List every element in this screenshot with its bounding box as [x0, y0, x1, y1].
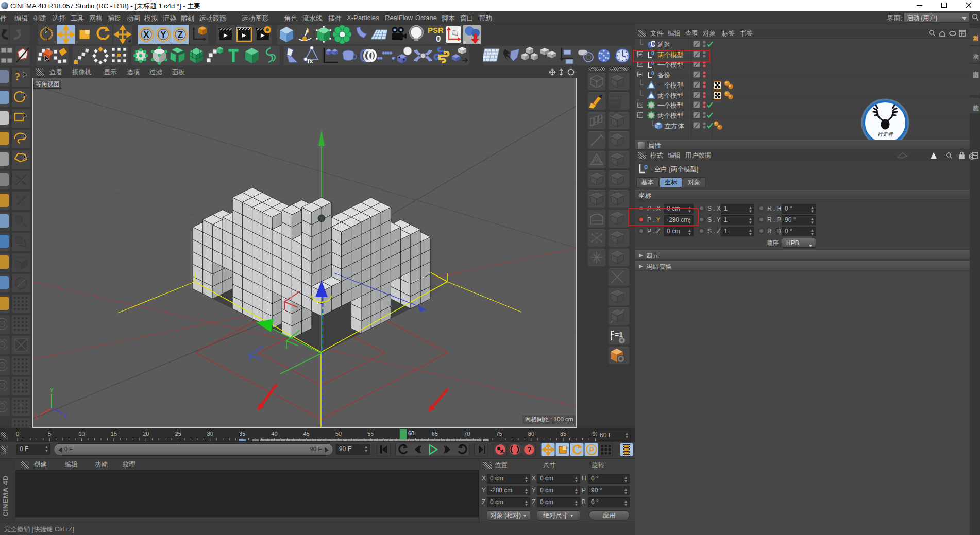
svg-text:40: 40	[271, 430, 277, 437]
svg-text:fx: fx	[307, 57, 313, 65]
svg-text:70: 70	[464, 430, 470, 437]
svg-text:55: 55	[367, 430, 374, 437]
svg-text:X: X	[143, 30, 149, 40]
svg-text:80: 80	[528, 430, 534, 437]
svg-text:?: ?	[15, 71, 20, 82]
svg-text:50: 50	[335, 430, 342, 437]
svg-text:P: P	[589, 446, 594, 454]
svg-text:0: 0	[16, 430, 19, 437]
svg-text:10: 10	[78, 430, 85, 437]
svg-text:15: 15	[111, 430, 117, 437]
svg-text:Y: Y	[50, 388, 54, 393]
svg-text:0: 0	[651, 71, 654, 76]
svg-text:75: 75	[496, 430, 502, 437]
svg-text:20: 20	[143, 430, 149, 437]
svg-text:0: 0	[644, 163, 648, 171]
svg-text:65: 65	[432, 430, 438, 437]
svg-text:30: 30	[207, 430, 213, 437]
svg-text:0: 0	[436, 34, 441, 44]
svg-text:35: 35	[239, 430, 245, 437]
svg-text:Z: Z	[64, 413, 67, 419]
svg-text:?: ?	[527, 445, 532, 454]
svg-text:行走者: 行走者	[877, 131, 893, 137]
svg-text:25: 25	[175, 430, 181, 437]
svg-text:45: 45	[303, 430, 310, 437]
svg-text:X: X	[35, 415, 38, 420]
svg-text:Y: Y	[160, 30, 166, 40]
svg-text:5: 5	[48, 430, 51, 437]
svg-text:PSR: PSR	[428, 26, 444, 34]
svg-text:85: 85	[560, 430, 566, 437]
svg-text:Z: Z	[178, 30, 183, 40]
